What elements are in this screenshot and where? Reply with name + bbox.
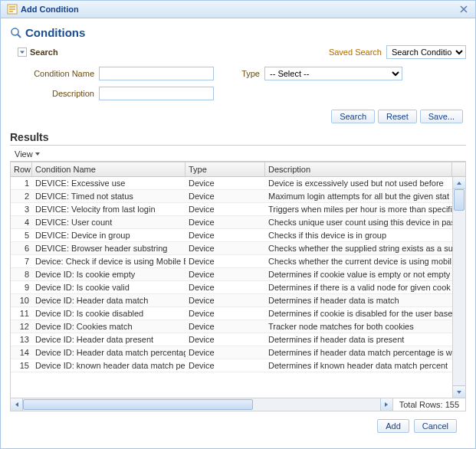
horizontal-scrollbar[interactable]: [11, 398, 392, 411]
search-header-text: Search: [30, 48, 58, 57]
cell-name: Device: Check if device is using Mobile …: [32, 256, 185, 267]
search-button[interactable]: Search: [331, 110, 375, 123]
cell-rownum: 4: [11, 217, 32, 228]
table-row[interactable]: 1DEVICE: Excessive useDeviceDevice is ex…: [11, 177, 452, 190]
svg-line-5: [18, 34, 21, 38]
cell-rownum: 12: [11, 321, 32, 332]
cell-type: Device: [185, 256, 265, 267]
col-header-name[interactable]: Condition Name: [32, 162, 185, 176]
hscroll-thumb[interactable]: [23, 399, 253, 410]
col-header-desc[interactable]: Description: [265, 162, 452, 176]
cell-desc: Checks whether the supplied string exist…: [265, 243, 452, 254]
results-grid: Row Condition Name Type Description 1DEV…: [10, 162, 466, 411]
total-rows-label: Total Rows:: [399, 400, 443, 409]
add-button[interactable]: Add: [377, 419, 409, 433]
view-menu-label: View: [15, 149, 33, 159]
close-icon[interactable]: [458, 4, 469, 15]
scroll-track[interactable]: [453, 189, 465, 385]
scroll-left-icon[interactable]: [11, 398, 23, 411]
cell-name: Device ID: Header data match percentage: [32, 347, 185, 358]
cell-type: Device: [185, 347, 265, 358]
view-menu-button[interactable]: View: [15, 149, 41, 159]
cell-name: Device ID: Cookies match: [32, 321, 185, 332]
cell-type: Device: [185, 217, 265, 228]
cell-rownum: 5: [11, 230, 32, 241]
cell-rownum: 11: [11, 308, 32, 319]
add-condition-dialog: Add Condition Conditions Search Saved: [0, 0, 476, 449]
table-row[interactable]: 8Device ID: Is cookie emptyDeviceDetermi…: [11, 268, 452, 281]
scroll-down-icon[interactable]: [453, 385, 465, 398]
scroll-right-icon[interactable]: [380, 398, 392, 411]
scroll-thumb[interactable]: [454, 189, 465, 211]
col-header-type[interactable]: Type: [185, 162, 265, 176]
cell-rownum: 10: [11, 295, 32, 306]
dialog-titlebar: Add Condition: [1, 1, 475, 18]
cell-rownum: 9: [11, 282, 32, 293]
cell-type: Device: [185, 269, 265, 280]
table-row[interactable]: 13Device ID: Header data presentDeviceDe…: [11, 333, 452, 346]
table-row[interactable]: 2DEVICE: Timed not statusDeviceMaximum l…: [11, 190, 452, 203]
table-row[interactable]: 15Device ID: known header data match per…: [11, 359, 452, 372]
table-row[interactable]: 3DEVICE: Velocity from last loginDeviceT…: [11, 203, 452, 216]
cell-name: DEVICE: Device in group: [32, 230, 185, 241]
cell-rownum: 2: [11, 191, 32, 202]
table-row[interactable]: 5DEVICE: Device in groupDeviceChecks if …: [11, 229, 452, 242]
cell-type: Device: [185, 360, 265, 371]
cell-desc: Tracker node matches for both cookies: [265, 321, 452, 332]
saved-search-select[interactable]: Search Conditions: [386, 45, 466, 59]
cell-name: Device ID: Header data present: [32, 334, 185, 345]
total-rows-value: 155: [445, 400, 459, 409]
chevron-down-icon: [34, 151, 41, 157]
hscroll-track[interactable]: [23, 398, 380, 411]
table-row[interactable]: 6DEVICE: Browser header substringDeviceC…: [11, 242, 452, 255]
table-row[interactable]: 4DEVICE: User countDeviceChecks unique u…: [11, 216, 452, 229]
cell-type: Device: [185, 243, 265, 254]
saved-search-label: Saved Search: [329, 48, 382, 57]
save-button[interactable]: Save...: [420, 110, 463, 123]
search-fields: Condition Name Description Type -- Selec…: [10, 64, 466, 103]
table-row[interactable]: 14Device ID: Header data match percentag…: [11, 346, 452, 359]
chevron-down-icon[interactable]: [18, 48, 27, 57]
table-row[interactable]: 11Device ID: Is cookie disabledDeviceDet…: [11, 307, 452, 320]
cell-name: DEVICE: Velocity from last login: [32, 204, 185, 215]
table-row[interactable]: 12Device ID: Cookies matchDeviceTracker …: [11, 320, 452, 333]
cell-desc: Determines if cookie is disabled for the…: [265, 308, 452, 319]
cell-desc: Maximum login attempts for all but the g…: [265, 191, 452, 202]
cell-name: DEVICE: Timed not status: [32, 191, 185, 202]
cell-rownum: 6: [11, 243, 32, 254]
cell-type: Device: [185, 230, 265, 241]
cell-type: Device: [185, 204, 265, 215]
cell-rownum: 8: [11, 269, 32, 280]
grid-rows-area[interactable]: 1DEVICE: Excessive useDeviceDevice is ex…: [11, 177, 452, 398]
table-row[interactable]: 10Device ID: Header data matchDeviceDete…: [11, 294, 452, 307]
type-select[interactable]: -- Select --: [264, 67, 402, 80]
cell-type: Device: [185, 282, 265, 293]
col-header-scroll: [452, 162, 465, 176]
dialog-icon: [7, 4, 18, 15]
type-label: Type: [229, 69, 260, 78]
search-col-left: Condition Name Description: [33, 67, 214, 100]
cell-desc: Checks if this device is in group: [265, 230, 452, 241]
cell-type: Device: [185, 178, 265, 188]
cell-desc: Determines if header data is present: [265, 334, 452, 345]
search-panel-header: Search Saved Search Search Conditions: [10, 44, 466, 64]
description-row: Description: [33, 87, 214, 100]
dialog-title: Add Condition: [21, 5, 79, 14]
cell-desc: Device is excessively used but not used …: [265, 178, 452, 188]
vertical-scrollbar[interactable]: [452, 177, 465, 398]
condition-name-input[interactable]: [99, 67, 214, 80]
description-input[interactable]: [99, 87, 214, 100]
cell-desc: Checks whether the current device is usi…: [265, 256, 452, 267]
svg-point-4: [11, 28, 18, 35]
svg-rect-2: [9, 8, 15, 10]
cancel-button[interactable]: Cancel: [414, 419, 457, 433]
dialog-footer: Add Cancel: [10, 411, 466, 442]
reset-button[interactable]: Reset: [378, 110, 417, 123]
table-row[interactable]: 7Device: Check if device is using Mobile…: [11, 255, 452, 268]
search-col-right: Type -- Select --: [229, 67, 402, 100]
table-row[interactable]: 9Device ID: Is cookie validDeviceDetermi…: [11, 281, 452, 294]
col-header-row[interactable]: Row: [11, 162, 32, 176]
cell-desc: Triggers when miles per hour is more tha…: [265, 204, 452, 215]
results-title: Results: [10, 131, 466, 146]
scroll-up-icon[interactable]: [453, 177, 465, 189]
